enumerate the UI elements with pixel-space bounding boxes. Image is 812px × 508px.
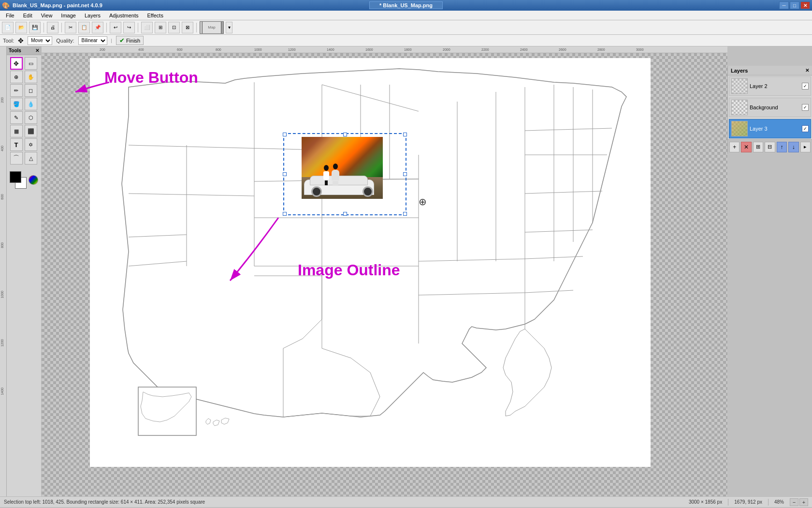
toolbar-sep3 [106, 23, 107, 32]
redo-button[interactable]: ↪ [123, 22, 135, 33]
tool-recolor[interactable]: ⬛ [25, 125, 37, 137]
close-button[interactable]: ✕ [800, 1, 810, 9]
tool-paintbrush[interactable]: ✏ [10, 84, 23, 97]
tool-options-bar: Tool: ✥ Move Quality: Bilinear | ✔ Finis… [0, 35, 812, 46]
tool-select-rect[interactable]: ▭ [25, 57, 37, 70]
image-preview: Map [200, 21, 224, 34]
tool-select[interactable]: Move [28, 36, 52, 45]
tools-grid: ✥ ▭ ⊕ ✋ ✏ ◻ 🪣 💧 ✎ [7, 55, 41, 166]
layer-item-layer2[interactable]: Layer 2 ✓ [729, 76, 811, 96]
tool-text[interactable]: T [10, 138, 23, 151]
layer2-visibility[interactable]: ✓ [802, 83, 809, 90]
tools-title: Tools [9, 48, 21, 53]
curves-icon: ⌒ [13, 154, 19, 163]
selection-info: Selection top left: 1018, 425. Bounding … [4, 499, 205, 505]
horizontal-ruler: 200 400 600 800 1000 1200 1400 1600 1800… [42, 46, 727, 53]
menu-layers[interactable]: Layers [81, 12, 104, 19]
tool-pan[interactable]: ✋ [25, 71, 37, 83]
shapes-icon: ⬡ [29, 115, 33, 121]
print-button[interactable]: 🖨 [47, 22, 58, 33]
duplicate-layer-button[interactable]: ⊞ [753, 142, 763, 152]
menu-edit[interactable]: Edit [19, 12, 36, 19]
move-layer-up-button[interactable]: ↑ [777, 142, 787, 152]
background-visibility[interactable]: ✓ [802, 104, 809, 111]
layers-header: Layers ✕ [728, 66, 812, 75]
menu-adjustments[interactable]: Adjustments [105, 12, 143, 19]
select-rect-icon: ▭ [29, 60, 33, 67]
color-wheel[interactable] [29, 175, 38, 185]
minimize-button[interactable]: ─ [779, 1, 789, 9]
undo-button[interactable]: ↩ [110, 22, 121, 33]
tool-curves[interactable]: ⌒ [10, 152, 23, 164]
tool-fill[interactable]: 🪣 [10, 98, 23, 110]
tool-label: Tool: [3, 38, 14, 44]
eraser-icon: ◻ [29, 88, 33, 94]
layer3-name: Layer 3 [750, 126, 800, 132]
gradient-icon: ▦ [14, 128, 19, 134]
background-layer-name: Background [750, 105, 800, 110]
layer-item-background[interactable]: Background ✓ [729, 98, 811, 117]
menu-view[interactable]: View [37, 12, 57, 19]
layer-item-layer3[interactable]: Layer 3 ✓ [729, 119, 811, 138]
tool-icon: ✥ [18, 37, 24, 45]
paste-button[interactable]: 📌 [92, 22, 103, 33]
preview-dropdown[interactable]: ▾ [226, 22, 232, 33]
maximize-button[interactable]: □ [790, 1, 799, 9]
layer3-visibility[interactable]: ✓ [802, 125, 809, 132]
move-cursor-indicator: ⊕ [419, 196, 427, 208]
tool-pencil[interactable]: ✎ [10, 111, 23, 124]
pan-icon: ✋ [28, 74, 34, 80]
tool-move[interactable]: ✥ [10, 57, 23, 70]
menu-file[interactable]: File [2, 12, 18, 19]
tool-eraser[interactable]: ◻ [25, 84, 37, 97]
save-button[interactable]: 💾 [29, 22, 41, 33]
tab-label[interactable]: * Blank_US_Map.png [369, 1, 443, 9]
delete-layer-button[interactable]: ✕ [741, 142, 751, 152]
tool-clone[interactable]: ✡ [25, 138, 37, 151]
layers-panel: Layers ✕ Layer 2 ✓ Background ✓ [727, 66, 812, 154]
canvas-scroll[interactable]: ⊕ Move Button Image Outline [42, 53, 727, 496]
layer2-thumbnail [731, 78, 748, 94]
zoom-out-status-button[interactable]: − [790, 498, 798, 506]
tool-shape2[interactable]: △ [25, 152, 37, 164]
tool-shapes[interactable]: ⬡ [25, 111, 37, 124]
crop-button[interactable]: ⊞ [155, 22, 166, 33]
title-bar-left: 🎨 Blank_US_Map.png - paint.net 4.0.9 [2, 2, 102, 9]
fill-icon: 🪣 [13, 101, 20, 107]
more-layers-button[interactable]: ▸ [800, 142, 811, 152]
toolbar-sep2 [61, 23, 62, 32]
menu-bar: File Edit View Image Layers Adjustments … [0, 11, 812, 20]
fg-color-swatch[interactable] [10, 171, 21, 183]
tools-close-icon[interactable]: ✕ [35, 48, 39, 53]
menu-effects[interactable]: Effects [144, 12, 167, 19]
cut-button[interactable]: ✂ [65, 22, 76, 33]
menu-image[interactable]: Image [57, 12, 80, 19]
title-bar: 🎨 Blank_US_Map.png - paint.net 4.0.9 * B… [0, 0, 812, 11]
finish-button[interactable]: ✔ Finish [116, 36, 144, 45]
add-layer-button[interactable]: + [729, 142, 740, 152]
copy-button[interactable]: 📋 [78, 22, 90, 33]
tool-gradient[interactable]: ▦ [10, 125, 23, 137]
quality-select[interactable]: Bilinear [78, 36, 107, 45]
flip-button[interactable]: ⊠ [182, 22, 193, 33]
main-area: 200 400 600 800 1000 1200 1400 Tools ✕ ✥… [0, 46, 812, 496]
layers-close-icon[interactable]: ✕ [805, 68, 809, 73]
resize-button[interactable]: ⊡ [168, 22, 180, 33]
new-button[interactable]: 📄 [2, 22, 14, 33]
layer2-name: Layer 2 [750, 83, 800, 89]
merge-layer-button[interactable]: ⊟ [765, 142, 775, 152]
move-layer-down-button[interactable]: ↓ [788, 142, 798, 152]
finish-label: Finish [126, 38, 140, 44]
open-button[interactable]: 📂 [15, 22, 27, 33]
status-bar: Selection top left: 1018, 425. Bounding … [0, 496, 812, 507]
deselect-button[interactable]: ⬜ [141, 22, 153, 33]
canvas-image[interactable]: ⊕ [90, 58, 651, 467]
tool-zoom[interactable]: ⊕ [10, 71, 23, 83]
tool-color-picker[interactable]: 💧 [25, 98, 37, 110]
canvas-area[interactable]: 200 400 600 800 1000 1200 1400 1600 1800… [42, 46, 727, 496]
zoom-in-status-button[interactable]: + [799, 498, 808, 506]
status-sep2 [768, 499, 768, 506]
svg-rect-31 [138, 387, 196, 435]
toolbar-sep4 [138, 23, 138, 32]
zoom-level: 48% [774, 499, 784, 505]
